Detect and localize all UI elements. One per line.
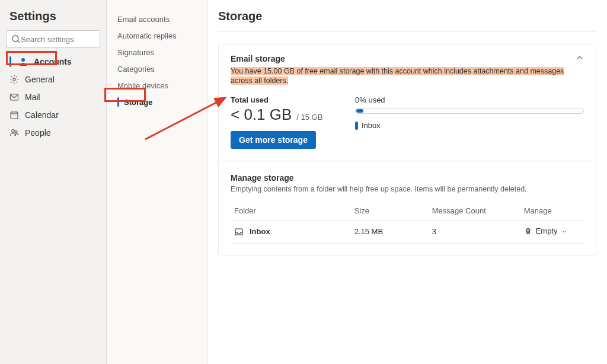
page-title: Storage xyxy=(218,0,596,32)
empty-folder-button[interactable]: Empty xyxy=(524,226,567,235)
chevron-down-icon xyxy=(561,228,567,234)
sidebar-item-general[interactable]: General xyxy=(6,71,100,88)
folder-count: 3 xyxy=(429,221,520,244)
usage-bar xyxy=(355,108,584,114)
subnav-signatures[interactable]: Signatures xyxy=(107,44,207,60)
manage-storage-description: Emptying contents from a folder will hel… xyxy=(231,185,584,193)
folders-table: Folder Size Message Count Manage xyxy=(231,202,584,244)
svg-point-0 xyxy=(12,36,18,41)
search-input[interactable] xyxy=(21,35,120,44)
mail-icon xyxy=(9,92,19,102)
legend-dot-icon xyxy=(355,122,358,130)
table-row: Inbox 2.15 MB 3 Empty xyxy=(231,221,584,244)
svg-point-2 xyxy=(21,58,25,62)
folder-size: 2.15 MB xyxy=(351,221,429,244)
trash-icon xyxy=(524,227,532,235)
subnav-categories[interactable]: Categories xyxy=(107,60,207,77)
sidebar-item-label: Accounts xyxy=(34,57,72,66)
storage-card: Email storage You have 15.00 GB of free … xyxy=(218,44,596,256)
svg-point-3 xyxy=(13,78,15,81)
storage-page: Storage Email storage You have 15.00 GB … xyxy=(207,0,607,364)
person-icon xyxy=(18,57,28,66)
col-folder: Folder xyxy=(231,202,351,221)
used-value: < 0.1 GB xyxy=(231,106,292,123)
sidebar-item-calendar[interactable]: Calendar xyxy=(6,106,100,124)
gear-icon xyxy=(9,75,19,84)
people-icon xyxy=(9,128,19,138)
settings-sidebar: Settings Accounts General Mail xyxy=(0,0,107,364)
collapse-icon[interactable] xyxy=(576,54,584,64)
accounts-submenu: Email accounts Automatic replies Signatu… xyxy=(107,0,207,364)
legend-inbox: Inbox xyxy=(355,121,584,130)
col-size: Size xyxy=(351,202,429,221)
subnav-automatic-replies[interactable]: Automatic replies xyxy=(107,27,207,44)
svg-rect-5 xyxy=(11,112,18,119)
search-settings[interactable] xyxy=(6,30,100,48)
search-icon xyxy=(11,34,21,44)
svg-line-1 xyxy=(18,41,20,43)
settings-title: Settings xyxy=(6,6,100,30)
sidebar-item-mail[interactable]: Mail xyxy=(6,88,100,106)
subnav-email-accounts[interactable]: Email accounts xyxy=(107,11,207,27)
sidebar-item-people[interactable]: People xyxy=(6,124,100,142)
email-storage-description: You have 15.00 GB of free email storage … xyxy=(231,67,564,85)
sidebar-item-accounts[interactable]: Accounts xyxy=(6,53,100,71)
sidebar-item-label: Mail xyxy=(25,92,40,102)
percent-used-label: 0% used xyxy=(355,95,584,104)
sidebar-item-label: General xyxy=(25,75,55,84)
manage-storage-heading: Manage storage xyxy=(231,173,584,183)
sidebar-item-label: People xyxy=(25,128,51,138)
col-count: Message Count xyxy=(429,202,520,221)
inbox-icon xyxy=(234,227,244,237)
folder-name: Inbox xyxy=(250,227,270,236)
email-storage-heading: Email storage xyxy=(231,54,576,63)
get-more-storage-button[interactable]: Get more storage xyxy=(231,131,316,149)
calendar-icon xyxy=(9,110,19,120)
sidebar-item-label: Calendar xyxy=(25,110,59,120)
quota-value: / 15 GB xyxy=(296,113,322,122)
col-manage: Manage xyxy=(520,202,584,221)
subnav-storage[interactable]: Storage xyxy=(107,94,207,110)
svg-point-10 xyxy=(15,130,17,133)
svg-point-9 xyxy=(12,130,15,133)
total-used-label: Total used xyxy=(231,95,325,104)
subnav-mobile-devices[interactable]: Mobile devices xyxy=(107,77,207,94)
